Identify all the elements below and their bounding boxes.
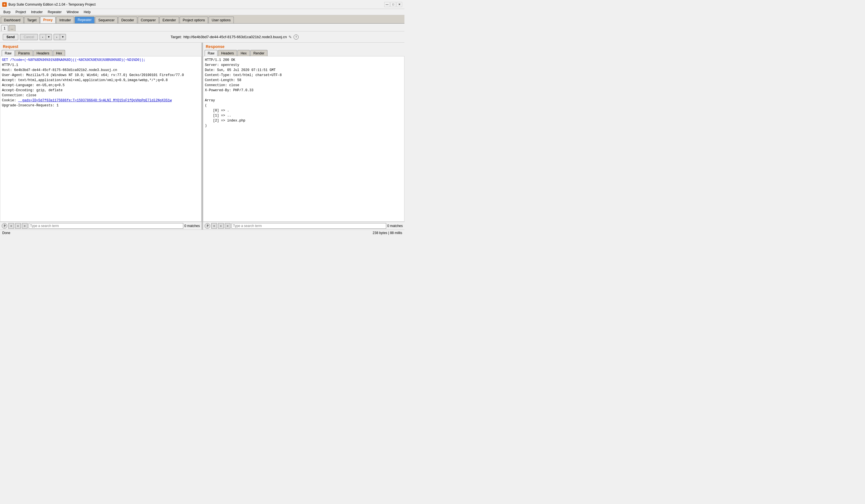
response-search-matches: 0 matches (387, 224, 403, 228)
response-panel: Response Raw Headers Hex Render HTTP/1.1… (203, 43, 404, 230)
request-search-matches: 0 matches (184, 224, 200, 228)
response-search-help[interactable]: ? (205, 223, 210, 229)
sub-tab-bar: 1 ... (0, 24, 404, 32)
repeater-toolbar: Send Cancel ‹ ▾ › ▾ Target: http://6e4b3… (0, 32, 404, 43)
request-content[interactable]: GET /?code=(~%8F%8D%96%91%8B%A0%8D)((~%8… (0, 56, 201, 222)
response-panel-title: Response (203, 43, 404, 50)
request-tab-raw[interactable]: Raw (2, 50, 15, 56)
minimize-button[interactable]: — (384, 2, 390, 7)
response-tab-raw[interactable]: Raw (205, 50, 218, 56)
next-button[interactable]: › (54, 34, 60, 40)
status-bar: Done 238 bytes | 88 millis (0, 230, 404, 236)
request-panel-title: Request (0, 43, 201, 50)
tab-project-options[interactable]: Project options (180, 16, 208, 23)
response-search-prev[interactable]: < (211, 223, 217, 229)
next-nav-group: › ▾ (54, 34, 66, 40)
menu-burp[interactable]: Burp (1, 10, 13, 15)
request-search-prev[interactable]: < (9, 223, 14, 229)
send-button[interactable]: Send (3, 34, 18, 40)
edit-target-icon[interactable]: ✎ (289, 35, 292, 39)
menu-repeater[interactable]: Repeater (45, 10, 64, 15)
prev-nav-group: ‹ ▾ (39, 34, 52, 40)
request-search-next[interactable]: > (22, 223, 27, 229)
main-tab-bar: Dashboard Target Proxy Intruder Repeater… (0, 15, 404, 24)
request-search-help[interactable]: ? (2, 223, 7, 229)
response-tab-render[interactable]: Render (250, 50, 267, 56)
status-right: 238 bytes | 88 millis (373, 231, 402, 235)
tab-extender[interactable]: Extender (159, 16, 179, 23)
request-tab-params[interactable]: Params (15, 50, 33, 56)
response-search-bar: ? < + > 0 matches (203, 222, 404, 230)
response-panel-tabs: Raw Headers Hex Render (203, 50, 404, 56)
maximize-button[interactable]: □ (390, 2, 396, 7)
tab-proxy[interactable]: Proxy (40, 16, 56, 23)
prev-button[interactable]: ‹ (39, 34, 46, 40)
menu-intruder[interactable]: Intruder (29, 10, 45, 15)
target-bar: Target: http://6e4b3bd7-de44-45cf-8175-6… (68, 35, 402, 39)
cookie-link[interactable]: __gads=ID=5d7f63a1175686fe:T=1593786648:… (18, 98, 172, 103)
request-get-line: GET /?code=(~%8F%8D%96%91%8B%A0%8D)((~%8… (2, 58, 146, 62)
request-tab-hex[interactable]: Hex (53, 50, 65, 56)
window-title: Burp Suite Community Edition v2.1.04 - T… (9, 2, 96, 7)
tab-intruder[interactable]: Intruder (56, 16, 74, 23)
request-tab-headers[interactable]: Headers (33, 50, 52, 56)
sub-tab-more[interactable]: ... (9, 25, 15, 31)
close-button[interactable]: ✕ (396, 2, 402, 7)
target-url: http://6e4b3bd7-de44-45cf-8175-663d1ca02… (183, 35, 287, 39)
prev-dropdown-button[interactable]: ▾ (46, 34, 52, 40)
request-search-next-plus[interactable]: + (15, 223, 21, 229)
response-tab-headers[interactable]: Headers (218, 50, 237, 56)
content-area: Request Raw Params Headers Hex GET /?cod… (0, 43, 404, 230)
request-panel-tabs: Raw Params Headers Hex (0, 50, 201, 56)
window-controls[interactable]: — □ ✕ (384, 2, 402, 7)
response-search-input[interactable] (232, 223, 386, 229)
sub-tab-1[interactable]: 1 (1, 25, 8, 31)
tab-dashboard[interactable]: Dashboard (1, 16, 24, 23)
response-content[interactable]: HTTP/1.1 200 OK Server: openresty Date: … (203, 56, 404, 222)
status-left: Done (2, 231, 10, 235)
menu-project[interactable]: Project (13, 10, 28, 15)
response-search-next[interactable]: > (225, 223, 230, 229)
tab-target[interactable]: Target (24, 16, 39, 23)
tab-sequencer[interactable]: Sequencer (95, 16, 118, 23)
target-label: Target: (171, 35, 182, 39)
next-dropdown-button[interactable]: ▾ (60, 34, 66, 40)
cancel-button[interactable]: Cancel (20, 34, 38, 40)
response-tab-hex[interactable]: Hex (238, 50, 250, 56)
menu-help[interactable]: Help (81, 10, 93, 15)
menu-window[interactable]: Window (64, 10, 81, 15)
response-search-next-plus[interactable]: + (218, 223, 224, 229)
help-target-icon[interactable]: ? (293, 35, 299, 39)
title-bar-left: B Burp Suite Community Edition v2.1.04 -… (2, 2, 96, 7)
menu-bar: Burp Project Intruder Repeater Window He… (0, 9, 404, 15)
request-search-input[interactable] (28, 223, 183, 229)
tab-repeater[interactable]: Repeater (74, 16, 95, 23)
tab-user-options[interactable]: User options (209, 16, 233, 23)
burp-icon: B (2, 2, 7, 7)
request-panel: Request Raw Params Headers Hex GET /?cod… (0, 43, 202, 230)
title-bar: B Burp Suite Community Edition v2.1.04 -… (0, 0, 404, 9)
tab-decoder[interactable]: Decoder (118, 16, 137, 23)
tab-comparer[interactable]: Comparer (138, 16, 159, 23)
request-search-bar: ? < + > 0 matches (0, 222, 201, 230)
